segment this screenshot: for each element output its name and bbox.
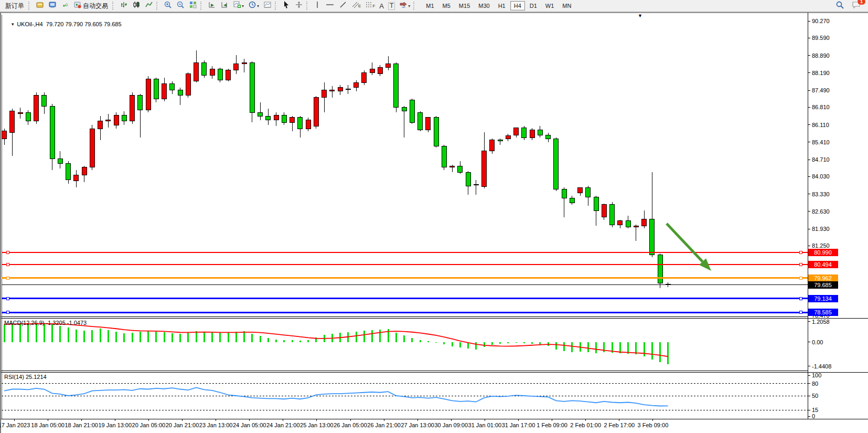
time-tick-label: 3 Feb 09:00 (638, 422, 669, 428)
line-handle[interactable] (800, 297, 802, 300)
tab-timeframe-M15[interactable]: M15 (455, 1, 474, 10)
line-handle[interactable] (800, 251, 802, 254)
candlestick-mode-button[interactable] (130, 0, 143, 12)
line-chart-mode-button[interactable] (143, 0, 155, 12)
candle (10, 109, 15, 156)
chart-shift-button[interactable] (218, 0, 231, 12)
cursor-tool-button[interactable] (280, 0, 293, 12)
macd-histogram-bar (651, 342, 653, 360)
line-handle[interactable] (7, 297, 9, 300)
tile-windows-button[interactable] (187, 0, 199, 12)
candle (450, 165, 455, 172)
terminal-button[interactable] (46, 0, 59, 12)
macd-axis-label: 0.00 (812, 339, 823, 345)
candle-body (154, 79, 158, 99)
line-handle[interactable] (7, 263, 9, 266)
macd-histogram-bar (356, 332, 357, 342)
fibonacci-tool-button[interactable]: F (363, 0, 377, 12)
rsi-axis-label: 80 (812, 381, 818, 387)
price-axis[interactable]: 90.27089.59088.89088.19087.49086.81086.1… (808, 18, 830, 319)
time-axis[interactable]: 17 Jan 202318 Jan 05:0018 Jan 21:0019 Ja… (0, 419, 668, 428)
tab-timeframe-W1[interactable]: W1 (542, 1, 558, 10)
horizontal-line-tool-button[interactable] (323, 0, 337, 12)
line-handle[interactable] (800, 263, 802, 266)
search-button[interactable] (833, 0, 846, 12)
bar-chart-mode-button[interactable] (117, 0, 130, 12)
chart-template-button[interactable] (261, 0, 274, 12)
macd-histogram-bar (4, 324, 5, 342)
candle (442, 145, 446, 170)
arrow-objects-button[interactable]: ▾ (397, 0, 412, 12)
candle-body (410, 100, 414, 123)
tab-timeframe-H4[interactable]: H4 (510, 1, 525, 10)
equidistant-channel-tool-button[interactable]: E (349, 0, 363, 12)
tab-timeframe-M30[interactable]: M30 (475, 1, 493, 10)
candle (330, 86, 335, 97)
candle (250, 61, 254, 122)
candle (354, 80, 359, 91)
auto-scroll-button[interactable] (206, 0, 218, 12)
horizontal-line[interactable]: 80.990 (2, 249, 838, 256)
text-tool-button[interactable]: A (377, 0, 386, 12)
macd-histogram-bar (267, 338, 269, 342)
macd-histogram-bar (667, 342, 669, 364)
horizontal-line[interactable]: 78.585 (2, 309, 838, 316)
zoom-in-icon (164, 1, 172, 11)
text-label-tool-button[interactable]: T (386, 0, 397, 12)
candle-body (194, 62, 199, 81)
time-tick-label: 24 Jan 05:00 (233, 422, 266, 428)
candle-body (146, 79, 151, 110)
candle (554, 138, 559, 191)
signal-button[interactable] (59, 0, 71, 12)
macd-histogram-bar (523, 342, 525, 344)
chart-canvas[interactable]: 90.27089.59088.89088.19087.49086.81086.1… (0, 13, 868, 433)
tab-timeframe-M5[interactable]: M5 (439, 1, 454, 10)
vertical-line-tool-button[interactable] (312, 0, 323, 12)
candle-body (418, 112, 423, 130)
rsi-panel[interactable]: 1008050150 (2, 372, 821, 419)
candle-body (282, 115, 286, 122)
zoom-out-button[interactable] (174, 0, 187, 12)
candle-body (162, 84, 167, 99)
tab-timeframe-M1[interactable]: M1 (422, 1, 437, 10)
time-tick-label: 18 Jan 21:00 (65, 422, 98, 428)
period-clock-button[interactable]: ▾ (246, 0, 261, 12)
trend-arrow-annotation[interactable] (667, 224, 711, 271)
tab-timeframe-H1[interactable]: H1 (495, 1, 509, 10)
tab-timeframe-D1[interactable]: D1 (526, 1, 541, 10)
candle-body (634, 226, 638, 227)
candle (74, 170, 79, 187)
candle-body (530, 130, 534, 138)
chat-button[interactable]: 1 (850, 0, 863, 12)
line-handle[interactable] (800, 311, 802, 314)
tab-timeframe-MN[interactable]: MN (559, 1, 575, 10)
macd-histogram-bar (539, 342, 541, 345)
line-handle[interactable] (7, 311, 9, 314)
candle-body (114, 115, 119, 125)
horizontal-line[interactable]: 79.134 (2, 295, 838, 302)
trendline-tool-button[interactable] (337, 0, 349, 12)
macd-panel[interactable]: 1.20580.00-1.4408 (4, 319, 832, 369)
line-handle[interactable] (7, 251, 9, 254)
add-indicator-button[interactable]: ▾ (231, 0, 246, 12)
line-handle[interactable] (800, 277, 802, 279)
line-handle[interactable] (7, 277, 9, 279)
horizontal-line[interactable]: 79.962 (2, 274, 838, 282)
macd-histogram-bar (164, 332, 165, 342)
horizontal-line[interactable]: 80.494 (2, 261, 838, 268)
market-watch-button[interactable] (34, 0, 46, 12)
zoom-in-button[interactable] (162, 0, 174, 12)
current-price-line[interactable]: 79.685 (2, 281, 838, 289)
macd-histogram-bar (123, 333, 125, 342)
candle-body (26, 112, 30, 121)
auto-trading-button[interactable]: 自动交易 (71, 0, 111, 12)
crosshair-tool-button[interactable] (293, 0, 305, 12)
macd-histogram-bar (595, 342, 597, 354)
macd-histogram-bar (44, 324, 45, 342)
macd-histogram-bar (283, 340, 285, 342)
macd-histogram-bar (411, 338, 413, 342)
candle (298, 116, 303, 137)
price-tick-label: 82.630 (812, 208, 830, 215)
rsi-line (4, 387, 668, 406)
new-order-button[interactable]: 新订单 (2, 0, 27, 12)
